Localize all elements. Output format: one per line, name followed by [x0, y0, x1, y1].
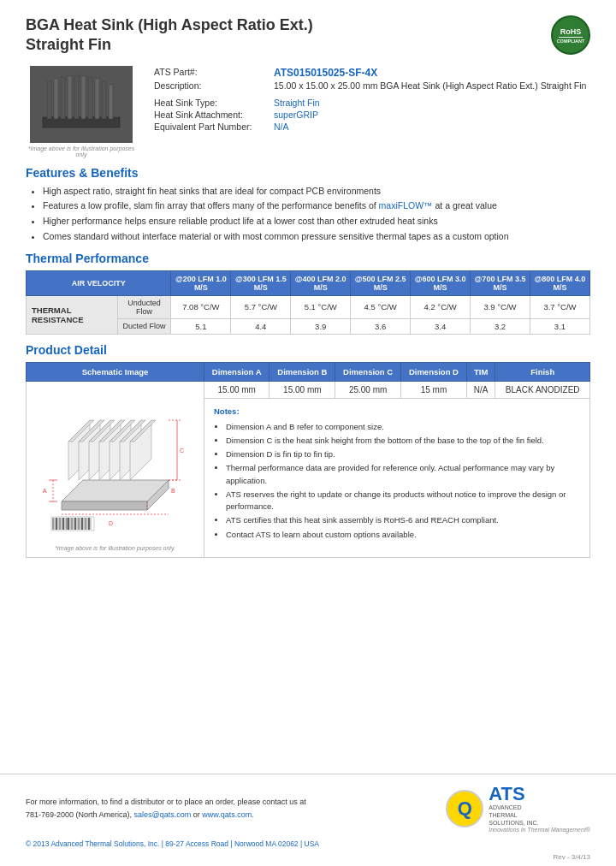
col-500lfm: @500 LFM 2.5 M/S [351, 270, 411, 295]
product-image-area: *Image above is for illustration purpose… [26, 66, 137, 157]
svg-text:A: A [43, 488, 47, 494]
footer-revision: Rev - 3/4/13 [0, 853, 616, 866]
dim-b-value: 15.00 mm [270, 381, 335, 399]
header-row: BGA Heat Sink (High Aspect Ratio Ext.) S… [26, 15, 590, 56]
unducted-row: THERMAL RESISTANCE Unducted Flow 7.08 °C… [27, 295, 590, 318]
feature-item-3: Higher performance helps ensure reliable… [43, 215, 590, 228]
footer-or: or [193, 810, 200, 819]
heatsink-image [30, 66, 133, 143]
svg-rect-4 [68, 76, 72, 119]
dim-d-value: 15 mm [401, 381, 467, 399]
thermal-resistance-label: THERMAL RESISTANCE [27, 295, 118, 334]
ats-text-block: ATS ADVANCEDTHERMALSOLUTIONS, INC. Innov… [489, 785, 590, 833]
part-info-row: *Image above is for illustration purpose… [26, 66, 590, 157]
thermal-performance-table: AIR VELOCITY @200 LFM 1.0 M/S @300 LFM 1… [26, 270, 590, 335]
part-details: ATS Part#: ATS015015025-SF-4X Descriptio… [151, 66, 590, 157]
svg-rect-2 [54, 79, 58, 119]
page-title: BGA Heat Sink (High Aspect Ratio Ext.) S… [26, 15, 313, 56]
col-600lfm: @600 LFM 3.0 M/S [411, 270, 471, 295]
dim-a-value: 15.00 mm [204, 381, 270, 399]
svg-rect-8 [95, 79, 99, 119]
note-1: Dimension A and B refer to component siz… [226, 421, 580, 433]
svg-text:C: C [180, 448, 184, 454]
footer-copyright: © 2013 Advanced Thermal Solutions, Inc. … [0, 839, 616, 853]
svg-text:D: D [109, 520, 113, 526]
notes-area: Notes: Dimension A and B refer to compon… [209, 402, 585, 546]
notes-title: Notes: [214, 406, 580, 418]
col-200lfm: @200 LFM 1.0 M/S [171, 270, 231, 295]
rohs-badge: RoHS COMPLIANT [551, 15, 590, 55]
footer-contact: For more information, to find a distribu… [26, 796, 306, 821]
col-800lfm: @800 LFM 4.0 M/S [530, 270, 589, 295]
part-number-row: ATS Part#: ATS015015025-SF-4X [151, 66, 590, 80]
svg-rect-7 [88, 77, 92, 119]
footer-website[interactable]: www.qats.com. [202, 810, 254, 819]
footer-area: For more information, to find a distribu… [0, 774, 616, 839]
feature-item-2: Features a low profile, slam fin array t… [43, 199, 590, 212]
col-700lfm: @700 LFM 3.5 M/S [471, 270, 530, 295]
svg-rect-5 [74, 75, 79, 119]
dim-c-value: 25.00 mm [335, 381, 401, 399]
note-2: Dimension C is the heat sink height from… [226, 435, 580, 447]
features-list: High aspect ratio, straight fin heat sin… [26, 185, 590, 243]
notes-list: Dimension A and B refer to component siz… [214, 421, 580, 541]
svg-marker-12 [62, 501, 147, 510]
page-wrapper: BGA Heat Sink (High Aspect Ratio Ext.) S… [0, 0, 616, 866]
product-detail-table: Schematic Image Dimension A Dimension B … [26, 362, 590, 558]
footer-email[interactable]: sales@qats.com [134, 810, 192, 819]
svg-rect-3 [61, 77, 65, 119]
svg-rect-41 [51, 517, 94, 531]
tim-header: TIM [466, 362, 495, 381]
features-heading: Features & Benefits [26, 166, 590, 180]
ats-logo-circle: Q [446, 790, 483, 827]
feature-item-4: Comes standard without interface materia… [43, 230, 590, 243]
product-title-block: BGA Heat Sink (High Aspect Ratio Ext.) S… [26, 15, 313, 56]
ats-full-name: ADVANCEDTHERMALSOLUTIONS, INC. [489, 804, 590, 827]
note-5: ATS reserves the right to update or chan… [226, 489, 580, 513]
dim-c-header: Dimension C [335, 362, 401, 381]
note-4: Thermal performance data are provided fo… [226, 462, 580, 487]
detail-values-row: A B C [27, 381, 590, 399]
schematic-col-header: Schematic Image [27, 362, 204, 381]
dim-d-header: Dimension D [401, 362, 467, 381]
attachment-row: Heat Sink Attachment: superGRIP [151, 109, 590, 121]
schematic-svg-area: A B C [31, 385, 199, 543]
note-6: ATS certifies that this heat sink assemb… [226, 514, 580, 526]
part-info-table: ATS Part#: ATS015015025-SF-4X Descriptio… [151, 66, 590, 133]
description-row: Description: 15.00 x 15.00 x 25.00 mm BG… [151, 80, 590, 92]
feature-item-1: High aspect ratio, straight fin heat sin… [43, 185, 590, 198]
col-300lfm: @300 LFM 1.5 M/S [231, 270, 291, 295]
note-7: Contact ATS to learn about custom option… [226, 529, 580, 541]
schematic-cell: A B C [27, 381, 204, 557]
heat-sink-type-row: Heat Sink Type: Straight Fin [151, 97, 590, 109]
ats-tagline: Innovations in Thermal Management® [489, 827, 590, 833]
product-detail-heading: Product Detail [26, 343, 590, 357]
ats-logo-area: Q ATS ADVANCEDTHERMALSOLUTIONS, INC. Inn… [446, 785, 590, 833]
ducted-label: Ducted Flow [117, 318, 171, 334]
svg-text:B: B [171, 488, 175, 494]
svg-rect-1 [47, 81, 51, 119]
svg-rect-6 [81, 76, 86, 119]
note-3: Dimension D is fin tip to fin tip. [226, 448, 580, 460]
ats-name: ATS [489, 785, 590, 804]
finish-value: BLACK ANODIZED [495, 381, 590, 399]
main-content: BGA Heat Sink (High Aspect Ratio Ext.) S… [0, 0, 616, 765]
dim-a-header: Dimension A [204, 362, 270, 381]
schematic-caption: *Image above is for illustration purpose… [31, 543, 199, 554]
svg-rect-10 [109, 85, 113, 119]
equiv-part-row: Equivalent Part Number: N/A [151, 121, 590, 133]
air-velocity-header: AIR VELOCITY [27, 270, 171, 295]
image-caption: *Image above is for illustration purpose… [26, 145, 137, 157]
finish-header: Finish [495, 362, 590, 381]
svg-rect-9 [102, 81, 106, 119]
tim-value: N/A [466, 381, 495, 399]
dim-b-header: Dimension B [270, 362, 335, 381]
notes-cell: Notes: Dimension A and B refer to compon… [204, 399, 590, 557]
unducted-label: Unducted Flow [117, 295, 171, 318]
col-400lfm: @400 LFM 2.0 M/S [291, 270, 351, 295]
thermal-performance-heading: Thermal Performance [26, 252, 590, 265]
